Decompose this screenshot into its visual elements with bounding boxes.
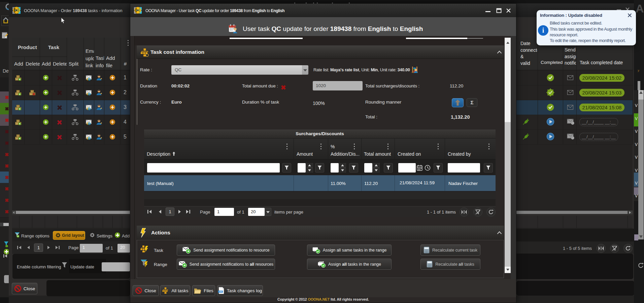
svg-text:LOG: LOG <box>219 291 222 293</box>
